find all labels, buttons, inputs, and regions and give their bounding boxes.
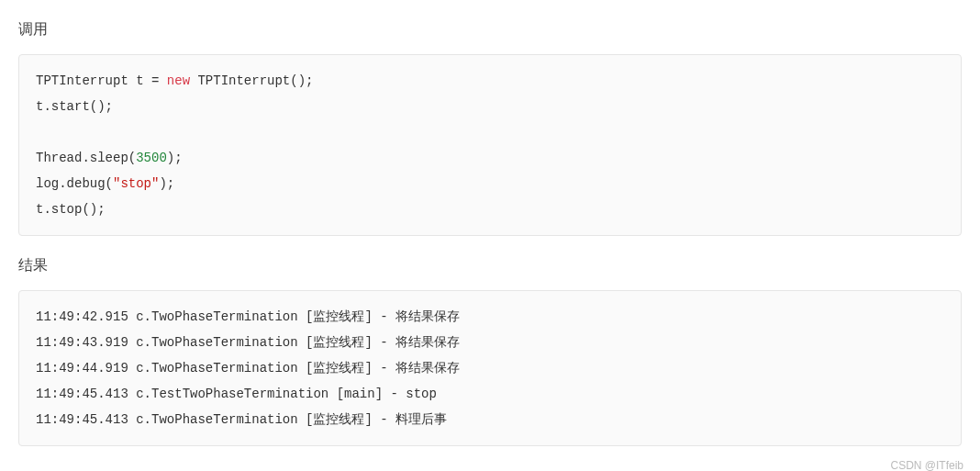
code-line: t.stop(); [36, 202, 106, 217]
watermark-text: CSDN @ITfeib [890, 459, 963, 471]
code-line: ); [167, 151, 183, 165]
code-block-invoke: TPTInterrupt t = new TPTInterrupt(); t.s… [18, 54, 962, 236]
number-literal: 3500 [136, 151, 167, 165]
code-line: TPTInterrupt(); [190, 73, 313, 88]
log-line: 11:49:45.413 c.TestTwoPhaseTermination [… [36, 387, 437, 401]
code-block-result: 11:49:42.915 c.TwoPhaseTermination [监控线程… [18, 290, 962, 446]
log-line: 11:49:42.915 c.TwoPhaseTermination [监控线程… [36, 309, 460, 324]
code-line: log.debug( [36, 176, 113, 191]
log-line: 11:49:45.413 c.TwoPhaseTermination [监控线程… [36, 412, 447, 427]
string-literal: "stop" [113, 176, 159, 191]
code-line: TPTInterrupt t = [36, 73, 167, 88]
log-line: 11:49:44.919 c.TwoPhaseTermination [监控线程… [36, 361, 460, 376]
keyword-new: new [167, 73, 190, 88]
heading-invoke: 调用 [18, 20, 962, 39]
code-line: ); [159, 176, 174, 191]
log-line: 11:49:43.919 c.TwoPhaseTermination [监控线程… [36, 335, 460, 350]
heading-result: 结果 [18, 256, 962, 275]
code-line: t.start(); [36, 99, 113, 114]
code-line: Thread.sleep( [36, 151, 136, 165]
